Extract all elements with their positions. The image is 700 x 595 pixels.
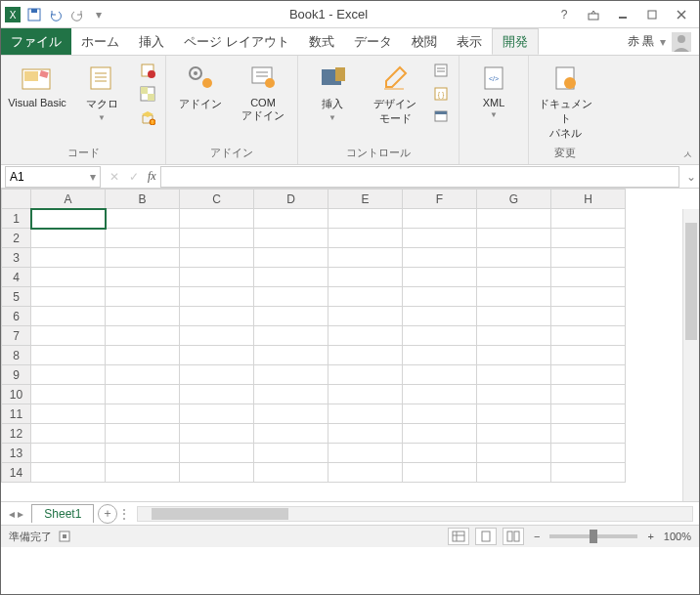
row-header[interactable]: 4 <box>2 268 31 287</box>
column-header[interactable]: G <box>477 190 551 209</box>
cell[interactable] <box>31 248 106 268</box>
cell[interactable] <box>106 229 180 248</box>
cell[interactable] <box>328 346 403 365</box>
page-break-view-button[interactable] <box>503 528 524 545</box>
add-sheet-button[interactable]: ＋ <box>98 504 117 524</box>
expand-formula-icon[interactable]: ⌄ <box>683 170 699 184</box>
row-header[interactable]: 3 <box>2 248 31 268</box>
undo-icon[interactable] <box>48 7 64 22</box>
cell[interactable] <box>254 404 328 424</box>
cell[interactable] <box>31 463 106 483</box>
cell[interactable] <box>254 424 328 444</box>
view-code-icon[interactable]: { } <box>429 83 453 105</box>
cell[interactable] <box>31 268 106 287</box>
cell[interactable] <box>477 268 551 287</box>
properties-icon[interactable] <box>429 60 453 81</box>
row-header[interactable]: 9 <box>2 365 31 385</box>
sheet-tab-active[interactable]: Sheet1 <box>31 504 94 523</box>
fx-icon[interactable]: fx <box>144 169 160 184</box>
column-header[interactable]: B <box>106 190 180 209</box>
cell[interactable] <box>551 326 626 346</box>
zoom-in-button[interactable]: + <box>643 531 657 542</box>
cell[interactable] <box>551 287 626 307</box>
cell[interactable] <box>180 326 254 346</box>
macro-record-status-icon[interactable] <box>58 530 71 543</box>
visual-basic-button[interactable]: Visual Basic <box>7 60 67 108</box>
cell[interactable] <box>403 424 477 444</box>
row-header[interactable]: 13 <box>2 444 31 463</box>
enter-formula-icon[interactable]: ✓ <box>124 167 144 187</box>
zoom-slider[interactable] <box>549 534 637 538</box>
cell[interactable] <box>551 424 626 444</box>
tab-view[interactable]: 表示 <box>447 28 492 55</box>
tab-review[interactable]: 校閲 <box>402 28 447 55</box>
chevron-down-icon[interactable]: ▾ <box>90 170 96 184</box>
cell[interactable] <box>328 248 403 268</box>
cell[interactable] <box>254 287 328 307</box>
cell[interactable] <box>254 268 328 287</box>
cell[interactable] <box>477 424 551 444</box>
cell[interactable] <box>403 307 477 326</box>
cell[interactable] <box>403 287 477 307</box>
zoom-out-button[interactable]: − <box>530 531 544 542</box>
cell[interactable] <box>180 229 254 248</box>
cell[interactable] <box>180 444 254 463</box>
cell[interactable] <box>254 229 328 248</box>
close-button[interactable] <box>668 5 695 24</box>
tab-page-layout[interactable]: ページ レイアウト <box>174 28 299 55</box>
select-all-corner[interactable] <box>2 190 31 209</box>
cell[interactable] <box>180 346 254 365</box>
cell[interactable] <box>477 346 551 365</box>
cell[interactable] <box>477 326 551 346</box>
cell[interactable] <box>106 404 180 424</box>
cell[interactable] <box>477 365 551 385</box>
cell[interactable] <box>551 385 626 404</box>
formula-bar[interactable] <box>160 166 679 188</box>
cell[interactable] <box>254 209 328 229</box>
tab-developer[interactable]: 開発 <box>492 28 539 55</box>
cell[interactable] <box>106 287 180 307</box>
cell[interactable] <box>328 209 403 229</box>
cell[interactable] <box>551 365 626 385</box>
cell[interactable] <box>31 424 106 444</box>
cell[interactable] <box>328 444 403 463</box>
tab-home[interactable]: ホーム <box>71 28 129 55</box>
tab-insert[interactable]: 挿入 <box>129 28 174 55</box>
redo-icon[interactable] <box>69 7 85 22</box>
cell[interactable] <box>403 346 477 365</box>
normal-view-button[interactable] <box>448 528 469 545</box>
cell[interactable] <box>254 346 328 365</box>
cell[interactable] <box>180 248 254 268</box>
row-header[interactable]: 6 <box>2 307 31 326</box>
macro-security-icon[interactable]: ! <box>136 106 159 128</box>
sheet-nav[interactable]: ◂ ▸ <box>1 507 31 521</box>
cell[interactable] <box>477 404 551 424</box>
cell[interactable] <box>328 365 403 385</box>
cell[interactable] <box>180 365 254 385</box>
cell[interactable] <box>551 346 626 365</box>
collapse-ribbon-icon[interactable]: ㅅ <box>682 148 693 162</box>
document-panel-button[interactable]: ドキュメント パネル <box>535 60 595 141</box>
row-header[interactable]: 12 <box>2 424 31 444</box>
cell[interactable] <box>106 365 180 385</box>
help-icon[interactable]: ? <box>550 5 578 24</box>
cell[interactable] <box>106 424 180 444</box>
record-macro-icon[interactable] <box>136 60 159 81</box>
minimize-button[interactable] <box>609 5 636 24</box>
cell[interactable] <box>477 248 551 268</box>
cell[interactable] <box>254 385 328 404</box>
cell[interactable] <box>31 444 106 463</box>
worksheet-grid[interactable]: ABCDEFGH1234567891011121314 <box>1 189 699 501</box>
row-header[interactable]: 2 <box>2 229 31 248</box>
cell[interactable] <box>254 444 328 463</box>
cell[interactable] <box>31 326 106 346</box>
page-layout-view-button[interactable] <box>475 528 497 545</box>
run-dialog-icon[interactable] <box>429 106 453 128</box>
tab-file[interactable]: ファイル <box>1 28 71 55</box>
xml-button[interactable]: </> XML ▼ <box>465 60 522 119</box>
cell[interactable] <box>551 229 626 248</box>
cell[interactable] <box>106 444 180 463</box>
cell[interactable] <box>551 444 626 463</box>
cell[interactable] <box>254 365 328 385</box>
cell[interactable] <box>106 248 180 268</box>
